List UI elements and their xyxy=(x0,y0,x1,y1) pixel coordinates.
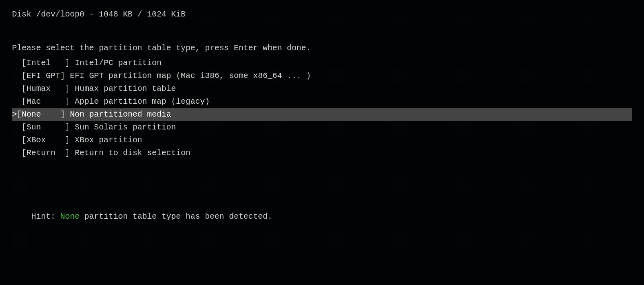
menu-item-sun[interactable]: [Sun ] Sun Solaris partition xyxy=(12,121,632,134)
hint-line: Hint: None partition table type has been… xyxy=(12,197,632,236)
empty-line-2 xyxy=(12,160,632,172)
prompt-line: Please select the partition table type, … xyxy=(12,42,632,55)
menu-item-intel[interactable]: [Intel ] Intel/PC partition xyxy=(12,57,632,70)
menu-item-humax[interactable]: [Humax ] Humax partition table xyxy=(12,82,632,95)
hint-prefix: Hint: xyxy=(31,212,60,221)
empty-line-1 xyxy=(12,29,632,42)
menu-item-none[interactable]: >[None ] Non partitioned media xyxy=(12,108,632,121)
empty-line-3 xyxy=(12,172,632,185)
terminal-window[interactable]: Disk /dev/loop0 - 1048 KB / 1024 KiB Ple… xyxy=(0,0,644,285)
hint-none-word: None xyxy=(60,212,80,221)
menu-item-mac[interactable]: [Mac ] Apple partition map (legacy) xyxy=(12,95,632,108)
menu-item-xbox[interactable]: [XBox ] XBox partition xyxy=(12,134,632,147)
hint-suffix: partition table type has been detected. xyxy=(80,212,272,221)
menu-item-return[interactable]: [Return ] Return to disk selection xyxy=(12,147,632,160)
disk-info-line: Disk /dev/loop0 - 1048 KB / 1024 KiB xyxy=(12,8,632,21)
menu-item-efi[interactable]: [EFI GPT] EFI GPT partition map (Mac i38… xyxy=(12,70,632,82)
